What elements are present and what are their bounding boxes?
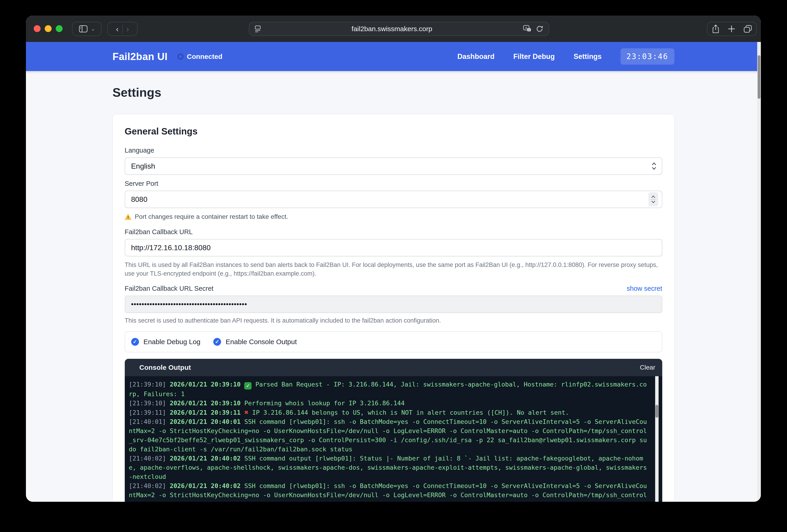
reload-icon[interactable]	[535, 25, 544, 33]
browser-toolbar: ⌄ ‹ › fail2ban.swissmakers.corp A x	[26, 16, 761, 42]
chevron-down-icon: ⌄	[91, 26, 95, 31]
enable-console-output-option[interactable]: ✓ Enable Console Output	[213, 338, 297, 346]
checkbox-checked-icon[interactable]: ✓	[213, 338, 221, 346]
share-icon[interactable]	[711, 24, 720, 34]
nav-filter-debug[interactable]: Filter Debug	[513, 52, 555, 61]
debug-options: ✓ Enable Debug Log ✓ Enable Console Outp…	[125, 331, 662, 352]
connection-status: Connected	[177, 53, 222, 61]
error-icon: ✖	[244, 408, 248, 416]
callback-url-label: Fail2ban Callback URL	[125, 228, 662, 236]
traffic-lights	[34, 25, 63, 32]
language-value: English	[131, 162, 155, 171]
new-tab-icon[interactable]	[728, 25, 736, 33]
console-body: [21:39:10] 2026/01/21 20:39:10 ✓ Parsed …	[125, 376, 662, 502]
console-line: [21:40:01] 2026/01/21 20:40:01 SSH comma…	[129, 417, 648, 454]
browser-window: ⌄ ‹ › fail2ban.swissmakers.corp A x	[26, 16, 761, 502]
callback-secret-input[interactable]	[125, 295, 662, 313]
divider	[122, 24, 123, 34]
console-clear-button[interactable]: Clear	[640, 364, 655, 371]
port-warning: ! Port changes require a container resta…	[125, 213, 662, 220]
settings-page: Settings General Settings Language Engli…	[112, 71, 675, 502]
translate-icon[interactable]: A x	[523, 25, 532, 33]
scrollbar-thumb[interactable]	[655, 405, 658, 418]
select-arrows-icon	[651, 162, 657, 171]
card-title: General Settings	[125, 126, 662, 136]
tab-overview-icon[interactable]	[743, 24, 752, 33]
app-title: Fail2ban UI	[112, 51, 168, 62]
main-nav: Dashboard Filter Debug Settings 23:03:46	[457, 48, 674, 65]
warning-icon: !	[125, 214, 132, 220]
console-line: [21:39:10] 2026/01/21 20:39:10 ✓ Parsed …	[129, 380, 648, 399]
enable-debug-log-option[interactable]: ✓ Enable Debug Log	[131, 338, 201, 346]
forward-button[interactable]: ›	[126, 25, 129, 33]
console-vertical-scrollbar[interactable]	[655, 376, 659, 502]
zoom-window-button[interactable]	[56, 25, 63, 32]
server-port-input[interactable]	[125, 191, 662, 208]
nav-dashboard[interactable]: Dashboard	[457, 52, 494, 61]
app-header: Fail2ban UI Connected Dashboard Filter D…	[26, 42, 761, 71]
address-bar[interactable]: fail2ban.swissmakers.corp A x	[249, 22, 549, 36]
page-title: Settings	[112, 85, 675, 99]
close-window-button[interactable]	[34, 25, 41, 32]
server-port-label: Server Port	[125, 180, 662, 187]
sidebar-toggle-button[interactable]: ⌄	[72, 22, 102, 36]
status-indicator-icon	[177, 53, 184, 60]
console-header: Console Output Clear	[125, 359, 662, 376]
callback-url-input[interactable]	[125, 239, 662, 257]
console-line: [21:40:02] 2026/01/21 20:40:02 SSH comma…	[129, 481, 648, 502]
console-line: [21:39:11] 2026/01/21 20:39:11 ✖ IP 3.21…	[129, 408, 648, 417]
page-scrollbar[interactable]	[757, 42, 761, 502]
callback-url-help: This URL is used by all Fail2Ban instanc…	[125, 261, 662, 278]
nav-settings[interactable]: Settings	[574, 52, 601, 61]
console-title: Console Output	[140, 363, 191, 371]
window-actions	[707, 22, 757, 36]
sidebar-icon	[79, 25, 88, 33]
url-text: fail2ban.swissmakers.corp	[261, 25, 523, 33]
scrollbar-thumb[interactable]	[758, 55, 760, 99]
back-button[interactable]: ‹	[116, 25, 119, 33]
console-line: [21:39:10] 2026/01/21 20:39:10 Performin…	[129, 399, 648, 408]
show-secret-link[interactable]: show secret	[627, 285, 662, 292]
language-select[interactable]: English	[125, 157, 662, 175]
callback-secret-label: Fail2ban Callback URL Secret	[125, 285, 213, 292]
stepper-up-icon	[651, 195, 656, 198]
svg-text:A: A	[525, 26, 527, 30]
console-log: [21:39:10] 2026/01/21 20:39:10 ✓ Parsed …	[129, 380, 648, 502]
checkbox-checked-icon[interactable]: ✓	[131, 338, 139, 346]
divider	[651, 199, 656, 200]
reader-icon	[254, 25, 261, 33]
callback-secret-help: This secret is used to authenticate ban …	[125, 316, 662, 325]
minimize-window-button[interactable]	[45, 25, 51, 32]
stepper-down-icon	[651, 200, 656, 203]
clock-badge: 23:03:46	[620, 48, 675, 65]
success-icon: ✓	[244, 382, 252, 390]
general-settings-card: General Settings Language English Server…	[112, 114, 675, 502]
console-panel: Console Output Clear [21:39:10] 2026/01/…	[125, 359, 662, 502]
svg-text:x: x	[528, 28, 530, 31]
language-label: Language	[125, 147, 662, 154]
number-stepper[interactable]	[648, 192, 658, 206]
history-nav: ‹ ›	[107, 22, 137, 36]
console-line: [21:40:02] 2026/01/21 20:40:02 SSH comma…	[129, 454, 648, 481]
